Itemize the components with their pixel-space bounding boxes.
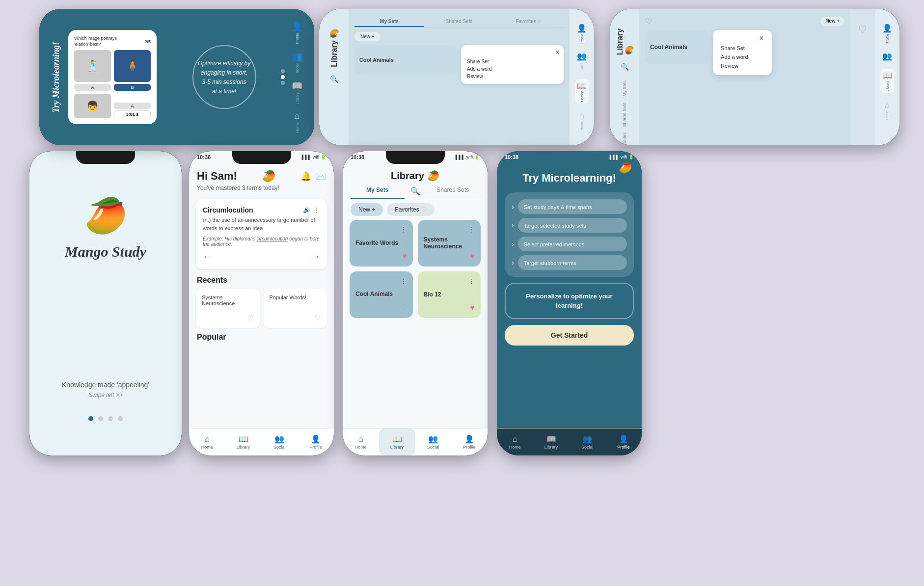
battery-icon-6: 🔋 <box>628 155 634 160</box>
search-tab-5[interactable]: 🔍 <box>405 184 426 199</box>
add-word-option[interactable]: Add a word <box>465 65 560 73</box>
more-fav[interactable]: ⋮ <box>400 226 407 234</box>
nav-social-6[interactable]: 👥 Social <box>570 428 606 455</box>
social-icon-2[interactable]: 👥 <box>292 51 302 62</box>
prev-arrow[interactable]: ← <box>203 252 212 262</box>
review-l[interactable]: Review <box>721 61 764 70</box>
micro-option-3[interactable]: › Select preferred methods <box>512 237 627 251</box>
dot-2[interactable] <box>98 416 103 421</box>
get-started-btn[interactable]: Get Started <box>505 325 634 346</box>
recent-card-2[interactable]: Popular Words! ♡ <box>264 289 327 328</box>
share-set-l[interactable]: Share Set <box>721 44 764 53</box>
more-animals[interactable]: ⋮ <box>400 277 407 285</box>
close-btn-l[interactable]: ✕ <box>759 35 764 42</box>
choice-a2[interactable]: A <box>114 103 151 109</box>
tab-shared-5[interactable]: Shared Sets <box>426 184 480 199</box>
next-arrow[interactable]: → <box>311 252 320 262</box>
audio-icon[interactable]: 🔊 <box>303 207 310 213</box>
recents-title: Recents <box>189 273 334 287</box>
library-icon-l[interactable]: 📖 <box>882 71 892 80</box>
set-cool-animals-l[interactable]: Cool Animals <box>645 30 709 64</box>
heart-fav[interactable]: ♥ <box>402 252 407 261</box>
tab-my-sets-5[interactable]: My Sets <box>351 184 405 199</box>
animals-title: Cool Animals <box>355 291 407 297</box>
set-cool-animals[interactable]: Cool Animals <box>354 45 457 75</box>
micro-option-2[interactable]: › Target selected study sets <box>512 218 627 233</box>
heart-icon-side[interactable]: ♡ <box>858 24 867 35</box>
library-title-v2: Library 🥭 <box>616 28 634 55</box>
tab-my-sets[interactable]: My Sets <box>354 17 424 27</box>
nav-profile-6[interactable]: 👤 Profile <box>605 428 642 455</box>
profile-icon-l[interactable]: 👤 <box>882 24 892 33</box>
nav-library-5[interactable]: 📖 Library <box>379 428 415 455</box>
recent-card-1[interactable]: Systems Neuroscience ♡ <box>196 289 260 328</box>
more-icon-word[interactable]: ⋮ <box>313 206 320 214</box>
heart-1[interactable]: ♡ <box>247 314 254 322</box>
personalize-text: Personalize to optimize your learning! <box>526 293 612 309</box>
search-icon-v[interactable]: 🔍 <box>330 75 338 83</box>
micro-option-1[interactable]: › Set study days & time spans <box>512 199 627 214</box>
new-btn-large[interactable]: New + <box>820 17 844 26</box>
dot-1[interactable] <box>88 416 93 421</box>
nav-home-5[interactable]: ⌂ Home <box>343 428 379 455</box>
heart-neuro[interactable]: ♥ <box>470 252 475 261</box>
library-icon-h[interactable]: 📖 <box>577 81 587 90</box>
mail-icon[interactable]: ✉️ <box>315 171 326 182</box>
image-choice-a[interactable]: 🕺 <box>74 50 111 82</box>
home-icon-2[interactable]: ⌂ <box>295 111 300 121</box>
nav-home-4[interactable]: ⌂ Home <box>189 428 225 455</box>
more-neuro[interactable]: ⋮ <box>468 226 475 234</box>
home-icon-l[interactable]: ⌂ <box>885 101 890 110</box>
notch-6 <box>540 151 599 164</box>
swipe-hint: Swipe left >> <box>88 392 122 399</box>
bottom-nav-4: ⌂ Home 📖 Library 👥 Social 👤 Profile <box>189 428 334 455</box>
choice-b-btn[interactable]: B <box>114 84 151 91</box>
share-set-option[interactable]: Share Set <box>465 58 560 65</box>
nav-home-6[interactable]: ⌂ Home <box>497 428 533 455</box>
set-cool-animals-5[interactable]: ⋮ Cool Animals ♡ <box>350 271 413 318</box>
more-bio[interactable]: ⋮ <box>468 277 475 285</box>
micro-option-4[interactable]: › Target stubborn terms <box>512 255 627 270</box>
profile-icon[interactable]: 👤 <box>292 21 302 32</box>
dot-4[interactable] <box>118 416 123 421</box>
nav-profile-5[interactable]: 👤 Profile <box>451 428 488 455</box>
dot-3[interactable] <box>108 416 113 421</box>
quiz-question: Which image portrays'elation' best? <box>74 36 117 47</box>
favorites-heart[interactable]: ♡ <box>645 17 652 26</box>
add-word-l[interactable]: Add a word <box>721 53 764 61</box>
profile-icon-h[interactable]: 👤 <box>577 24 587 33</box>
notifications-icon[interactable]: 🔔 <box>300 171 311 182</box>
tab-favorites[interactable]: Favorites ♡ <box>494 17 564 27</box>
choice-a-btn[interactable]: A <box>74 84 111 91</box>
set-favorite-words[interactable]: ⋮ Favorite Words ♥ <box>350 220 413 266</box>
nav-home-label-4: Home <box>201 445 213 450</box>
set-systems-neuro[interactable]: ⋮ Systems Neuroscience ♥ <box>418 220 481 266</box>
nav-library-6[interactable]: 📖 Library <box>533 428 570 455</box>
vtab-shared[interactable]: Shared Sets <box>620 101 629 129</box>
search-icon-v2[interactable]: 🔍 <box>621 63 629 71</box>
set-bio-12[interactable]: ⋮ Bio 12 ♥ <box>418 271 481 318</box>
nav-social-4[interactable]: 👥 Social <box>262 428 298 455</box>
tab-shared-sets[interactable]: Shared Sets <box>424 17 494 27</box>
new-btn-5[interactable]: New + <box>351 203 383 216</box>
new-button[interactable]: New + <box>354 32 380 41</box>
review-option[interactable]: Review <box>465 73 560 80</box>
favorites-btn-5[interactable]: Favorites ♡ <box>387 203 434 216</box>
nav-profile-4[interactable]: 👤 Profile <box>298 428 334 455</box>
signal-icon-4: ▌▌▌ <box>302 155 311 160</box>
vtab-my-sets[interactable]: My Sets <box>620 79 629 99</box>
library-icon-2[interactable]: 📖 <box>292 80 302 91</box>
image-choice-b[interactable]: 🧍 <box>114 50 151 82</box>
close-icon[interactable]: ✕ <box>555 49 560 56</box>
nav-social-5[interactable]: 👥 Social <box>415 428 452 455</box>
neuro-title: Systems Neuroscience <box>424 236 475 250</box>
heart-2[interactable]: ♡ <box>315 314 321 322</box>
image-choice-c[interactable]: 👦 <box>74 94 111 118</box>
social-icon-l[interactable]: 👥 <box>882 52 892 61</box>
heart-animals[interactable]: ♡ <box>400 303 407 312</box>
heart-bio[interactable]: ♥ <box>470 303 475 312</box>
social-icon-h[interactable]: 👥 <box>577 52 587 61</box>
home-icon-h[interactable]: ⌂ <box>579 111 584 120</box>
vtab-favorites[interactable]: Favorites <box>620 131 629 145</box>
nav-library-4[interactable]: 📖 Library <box>225 428 262 455</box>
